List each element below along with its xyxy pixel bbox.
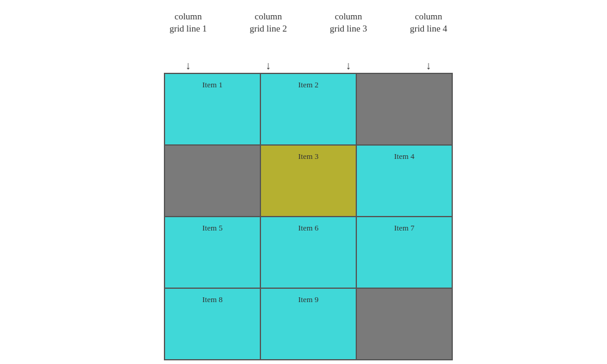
cell-gray-2 bbox=[164, 145, 260, 217]
cell-item4-label: Item 4 bbox=[394, 152, 415, 161]
cell-item8: Item 8 bbox=[164, 288, 260, 360]
cell-item2: Item 2 bbox=[260, 73, 356, 145]
cell-item7-label: Item 7 bbox=[394, 223, 415, 233]
col-label-1: columngrid line 1 bbox=[164, 11, 212, 35]
cell-item6-label: Item 6 bbox=[298, 223, 319, 233]
arrow-3: ↓ bbox=[324, 59, 373, 72]
cell-item3-label: Item 3 bbox=[298, 152, 319, 161]
cell-item8-label: Item 8 bbox=[202, 295, 223, 305]
arrows-row: ↓ ↓ ↓ ↓ bbox=[164, 59, 453, 72]
arrow-1: ↓ bbox=[164, 59, 212, 72]
cell-item2-label: Item 2 bbox=[298, 80, 319, 90]
grid-labels: columngrid line 1 columngrid line 2 colu… bbox=[164, 11, 453, 35]
cell-item9: Item 9 bbox=[260, 288, 356, 360]
cell-item6: Item 6 bbox=[260, 217, 356, 288]
cell-gray-1 bbox=[356, 73, 452, 145]
cell-item5-label: Item 5 bbox=[202, 223, 223, 233]
cell-item9-label: Item 9 bbox=[298, 295, 319, 305]
cell-item4: Item 4 bbox=[356, 145, 452, 217]
page-container: columngrid line 1 columngrid line 2 colu… bbox=[0, 0, 607, 364]
cell-item7: Item 7 bbox=[356, 217, 452, 288]
cell-item1-label: Item 1 bbox=[202, 80, 223, 90]
arrow-2: ↓ bbox=[244, 59, 293, 72]
cell-gray-3 bbox=[356, 288, 452, 360]
col-label-4: columngrid line 4 bbox=[404, 11, 453, 35]
col-label-2: columngrid line 2 bbox=[244, 11, 293, 35]
cell-item3: Item 3 bbox=[260, 145, 356, 217]
col-label-3: columngrid line 3 bbox=[324, 11, 373, 35]
main-grid: Item 1 Item 2 Item 3 Item 4 Item 5 Item … bbox=[164, 73, 453, 360]
arrow-4: ↓ bbox=[404, 59, 453, 72]
cell-item1: Item 1 bbox=[164, 73, 260, 145]
cell-item5: Item 5 bbox=[164, 217, 260, 288]
